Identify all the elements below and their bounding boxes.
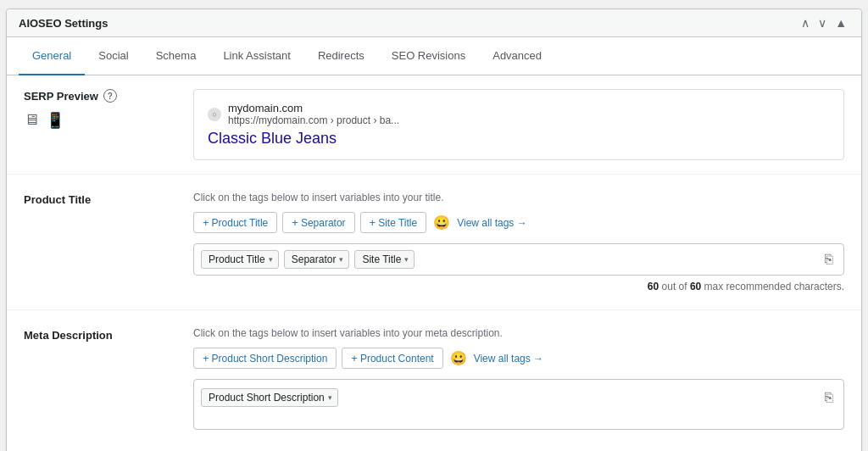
serp-url: https://mydomain.com › product › ba... [228,114,399,126]
tab-schema[interactable]: Schema [142,37,210,75]
tabs-bar: General Social Schema Link Assistant Red… [7,37,861,75]
meta-desc-tag-buttons: + Product Short Description + Product Co… [193,348,844,369]
mobile-icon[interactable]: 📱 [46,111,64,130]
tab-social[interactable]: Social [85,37,142,75]
chevron-down-icon: ▾ [339,255,343,264]
view-all-tags-link[interactable]: View all tags → [457,217,526,229]
separator-tag-btn[interactable]: + Separator [282,212,354,233]
site-title-token[interactable]: Site Title ▾ [354,250,415,269]
tab-general[interactable]: General [19,37,85,75]
site-title-tag-btn[interactable]: + Site Title [360,212,427,233]
product-title-token[interactable]: Product Title ▾ [201,250,279,269]
device-icons: 🖥 📱 [24,111,176,130]
panel-title: AIOSEO Settings [19,17,108,30]
plus-icon: + [292,216,298,229]
product-title-tag-btn[interactable]: + Product Title [193,212,277,233]
plus-icon: + [351,352,358,365]
plus-icon: + [203,352,209,365]
serp-preview-section: SERP Preview ? 🖥 📱 ○ mydomain.com https:… [7,75,861,175]
meta-description-section: Meta Description Click on the tags below… [7,310,861,447]
help-icon[interactable]: ? [103,89,117,103]
content-area: SERP Preview ? 🖥 📱 ○ mydomain.com https:… [7,75,861,451]
product-title-section: Product Title Click on the tags below to… [7,175,861,310]
product-title-instruction: Click on the tags below to insert variab… [193,192,844,203]
tab-link-assistant[interactable]: Link Assistant [209,37,304,75]
view-all-tags-link-meta[interactable]: View all tags → [474,353,543,365]
product-short-desc-tag-btn[interactable]: + Product Short Description [193,348,337,369]
copy-button[interactable]: ⎘ [821,250,837,269]
product-title-label: Product Title [24,192,176,206]
meta-desc-token-input[interactable]: Product Short Description ▾ ⎘ [193,379,844,430]
tab-advanced[interactable]: Advanced [479,37,555,75]
panel-header: AIOSEO Settings ∧ ∨ ▲ [7,9,861,37]
product-title-char-count: 60 out of 60 max recommended characters. [193,281,844,292]
meta-desc-instruction: Click on the tags below to insert variab… [193,327,844,339]
desktop-icon[interactable]: 🖥 [24,111,39,130]
product-title-content: Click on the tags below to insert variab… [193,192,844,292]
emoji-button[interactable]: 😀 [448,348,469,368]
plus-icon: + [370,216,376,229]
collapse-up-icon[interactable]: ∧ [798,16,812,30]
tab-redirects[interactable]: Redirects [304,37,378,75]
collapse-down-icon[interactable]: ∨ [815,16,829,30]
product-title-token-input[interactable]: Product Title ▾ Separator ▾ Site Title ▾… [193,243,844,276]
aioseo-panel: AIOSEO Settings ∧ ∨ ▲ General Social Sch… [6,8,862,451]
serp-favicon: ○ [208,108,221,121]
copy-button-meta[interactable]: ⎘ [821,388,837,407]
expand-icon[interactable]: ▲ [832,16,849,30]
separator-token[interactable]: Separator ▾ [284,250,350,269]
product-content-tag-btn[interactable]: + Product Content [342,348,442,369]
serp-domain-row: ○ mydomain.com https://mydomain.com › pr… [208,102,830,126]
serp-label-col: SERP Preview ? 🖥 📱 [24,89,176,130]
chevron-down-icon: ▾ [328,393,332,402]
plus-icon: + [203,216,209,229]
product-title-tag-buttons: + Product Title + Separator + Site Title… [193,212,844,233]
meta-description-label: Meta Description [24,327,176,342]
serp-domain: mydomain.com [228,102,399,114]
serp-preview-box: ○ mydomain.com https://mydomain.com › pr… [193,89,844,160]
product-short-desc-token[interactable]: Product Short Description ▾ [201,388,338,407]
meta-description-content: Click on the tags below to insert variab… [193,327,844,430]
serp-title: Classic Blue Jeans [208,130,830,148]
panel-controls: ∧ ∨ ▲ [798,16,849,30]
serp-preview-label: SERP Preview ? [24,89,176,103]
emoji-button[interactable]: 😀 [431,213,452,232]
chevron-down-icon: ▾ [269,255,273,264]
tab-seo-revisions[interactable]: SEO Revisions [378,37,479,75]
chevron-down-icon: ▾ [404,255,409,264]
